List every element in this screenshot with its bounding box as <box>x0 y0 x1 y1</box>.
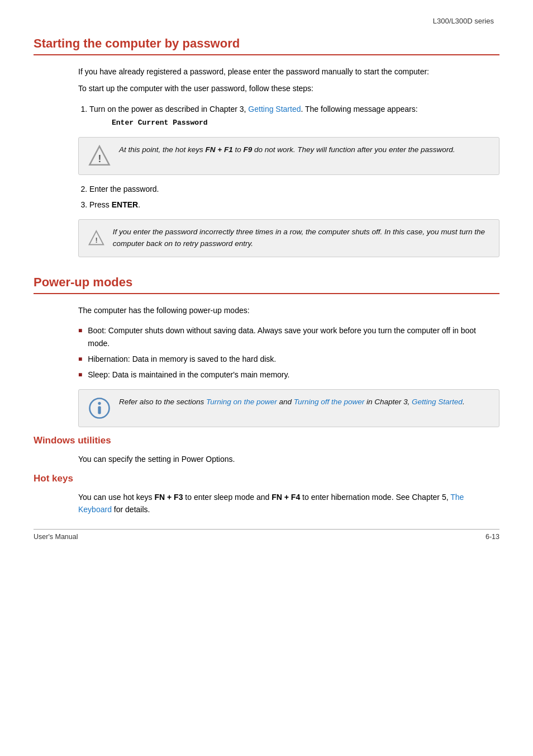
notice-text-2: If you enter the password incorrectly th… <box>113 226 490 250</box>
turning-on-link[interactable]: Turning on the power <box>206 398 277 406</box>
notice3-before: Refer also to the sections <box>119 398 206 406</box>
step1-text-after: . The following message appears: <box>301 105 417 114</box>
getting-started-link2[interactable]: Getting Started <box>412 398 463 406</box>
hot-keys-text: You can use hot keys FN + F3 to enter sl… <box>78 491 499 516</box>
bullet-hibernation: Hibernation: Data in memory is saved to … <box>78 353 499 365</box>
section1-intro1: If you have already registered a passwor… <box>78 65 499 78</box>
getting-started-link1[interactable]: Getting Started <box>248 105 301 114</box>
notice3-end: . <box>463 398 465 406</box>
warning-icon-2: ! <box>88 226 105 250</box>
power-modes-list: Boot: Computer shuts down without saving… <box>78 324 499 381</box>
hot-keys-content: You can use hot keys FN + F3 to enter sl… <box>78 491 499 516</box>
steps-list: Turn on the power as described in Chapte… <box>89 103 499 129</box>
step1-item: Turn on the power as described in Chapte… <box>89 103 499 129</box>
section1-title: Starting the computer by password <box>34 36 499 55</box>
hotkeys-before: You can use hot keys <box>78 493 154 502</box>
step3-bold: ENTER <box>112 200 138 209</box>
hotkeys-bold1: FN + F3 <box>154 493 183 502</box>
hotkeys-bold2: FN + F4 <box>272 493 300 502</box>
step3-text-before: Press <box>89 200 112 209</box>
warning-icon-1: ! <box>88 144 111 168</box>
svg-rect-6 <box>98 406 101 414</box>
password-prompt: Enter Current Password <box>112 117 499 129</box>
step2-item: Enter the password. <box>89 183 499 195</box>
step1-text-before: Turn on the power as described in Chapte… <box>89 105 248 114</box>
notice3-after: in Chapter 3, <box>364 398 412 406</box>
step3-item: Press ENTER. <box>89 199 499 211</box>
page-footer: User's Manual 6-13 <box>34 529 499 541</box>
info-icon-1 <box>88 396 111 420</box>
footer-left: User's Manual <box>34 533 78 541</box>
bullet-sleep: Sleep: Data is maintained in the compute… <box>78 368 499 381</box>
notice-text-1: At this point, the hot keys FN + F1 to F… <box>119 144 455 156</box>
section1-intro-block: If you have already registered a passwor… <box>78 65 499 95</box>
windows-utilities-content: You can specify the setting in Power Opt… <box>78 453 499 465</box>
hotkeys-after: to enter hibernation mode. See Chapter 5… <box>300 493 450 502</box>
section2-title: Power-up modes <box>34 275 499 294</box>
section2-intro-block: The computer has the following power-up … <box>78 304 499 316</box>
windows-utilities-text: You can specify the setting in Power Opt… <box>78 453 499 465</box>
hot-keys-title: Hot keys <box>34 473 499 484</box>
series-label: L300/L300D series <box>433 17 494 25</box>
hotkeys-end: for details. <box>112 505 150 514</box>
turning-off-link[interactable]: Turning off the power <box>294 398 365 406</box>
notice-box-3: Refer also to the sections Turning on th… <box>78 389 499 427</box>
section1-intro2: To start up the computer with the user p… <box>78 82 499 94</box>
windows-utilities-title: Windows utilities <box>34 435 499 446</box>
notice3-mid: and <box>277 398 294 406</box>
notice-text-3: Refer also to the sections Turning on th… <box>119 396 465 408</box>
hotkeys-mid: to enter sleep mode and <box>183 493 272 502</box>
svg-point-5 <box>98 401 101 404</box>
svg-text:!: ! <box>98 153 101 164</box>
footer-right: 6-13 <box>486 533 499 541</box>
steps-list-2: Enter the password. Press ENTER. <box>89 183 499 211</box>
section2-intro: The computer has the following power-up … <box>78 304 499 316</box>
svg-text:!: ! <box>95 236 97 244</box>
bullet-boot: Boot: Computer shuts down without saving… <box>78 324 499 349</box>
notice-box-2: ! If you enter the password incorrectly … <box>78 219 499 257</box>
page-header: L300/L300D series <box>34 17 499 25</box>
notice-box-1: ! At this point, the hot keys FN + F1 to… <box>78 137 499 175</box>
